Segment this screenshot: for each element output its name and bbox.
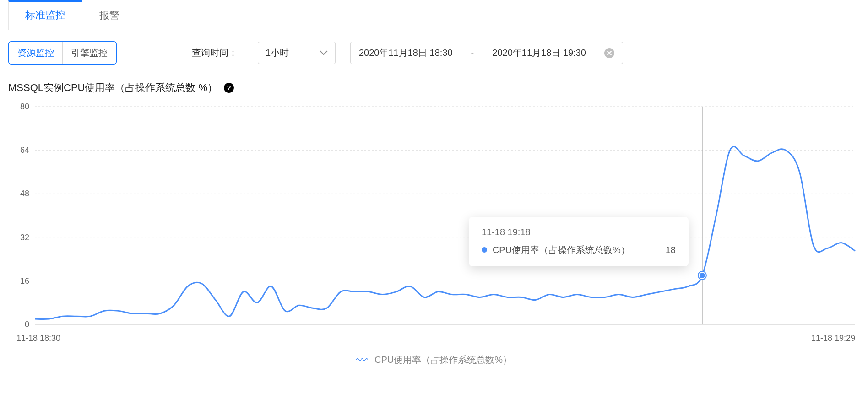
query-time-label: 查询时间：	[192, 47, 238, 59]
tooltip-time: 11-18 19:18	[482, 227, 676, 237]
cpu-usage-chart[interactable]: 0163248648011-18 18:3011-18 19:29 11-18 …	[8, 100, 860, 347]
svg-text:64: 64	[20, 146, 29, 155]
tab-resource-monitor[interactable]: 资源监控	[9, 42, 62, 64]
time-range-select[interactable]: 1小时	[258, 42, 336, 64]
date-to: 2020年11月18日 19:30	[492, 47, 586, 59]
tooltip-value: 18	[666, 245, 676, 255]
svg-text:32: 32	[20, 233, 29, 242]
date-range-picker[interactable]: 2020年11月18日 18:30 - 2020年11月18日 19:30	[350, 42, 623, 64]
svg-text:11-18 19:29: 11-18 19:29	[811, 334, 855, 343]
series-dot-icon	[482, 247, 487, 253]
svg-text:48: 48	[20, 189, 29, 198]
help-icon[interactable]: ?	[224, 83, 234, 93]
svg-text:11-18 18:30: 11-18 18:30	[16, 334, 60, 343]
date-from: 2020年11月18日 18:30	[359, 47, 453, 59]
tab-alert[interactable]: 报警	[82, 0, 136, 30]
chevron-down-icon	[320, 48, 328, 58]
control-row: 资源监控 引擎监控 查询时间： 1小时 2020年11月18日 18:30 - …	[0, 30, 868, 70]
svg-text:80: 80	[20, 102, 29, 111]
svg-point-14	[700, 273, 705, 278]
legend-line-icon: 〰	[356, 354, 368, 366]
chart-tooltip: 11-18 19:18 CPU使用率（占操作系统总数%） 18	[469, 217, 689, 266]
secondary-tabs: 资源监控 引擎监控	[8, 41, 117, 65]
date-range-separator: -	[471, 48, 474, 58]
legend-label: CPU使用率（占操作系统总数%）	[374, 354, 512, 366]
tab-standard-monitor[interactable]: 标准监控	[8, 0, 82, 30]
svg-text:16: 16	[20, 276, 29, 286]
primary-tabs: 标准监控 报警	[0, 0, 868, 30]
time-range-value: 1小时	[266, 47, 289, 59]
tooltip-series-label: CPU使用率（占操作系统总数%）	[493, 244, 660, 256]
chart-legend: 〰 CPU使用率（占操作系统总数%）	[8, 347, 860, 366]
tab-engine-monitor[interactable]: 引擎监控	[62, 42, 116, 64]
svg-text:0: 0	[25, 320, 29, 329]
chart-title: MSSQL实例CPU使用率（占操作系统总数 %）	[8, 81, 217, 95]
clear-date-icon[interactable]	[604, 48, 614, 58]
